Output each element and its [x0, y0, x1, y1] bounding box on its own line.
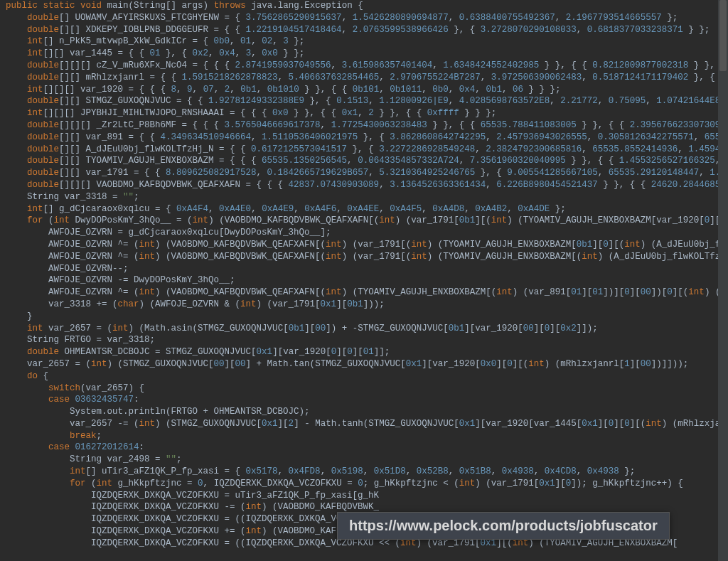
scroll-thumb[interactable] [719, 0, 727, 71]
url-tooltip: https://www.pelock.com/products/jobfusca… [337, 512, 670, 540]
vertical-scrollbar[interactable] [718, 0, 728, 561]
code-editor: public static void main(String[] args) t… [0, 0, 728, 561]
tooltip-text: https://www.pelock.com/products/jobfusca… [349, 518, 658, 533]
